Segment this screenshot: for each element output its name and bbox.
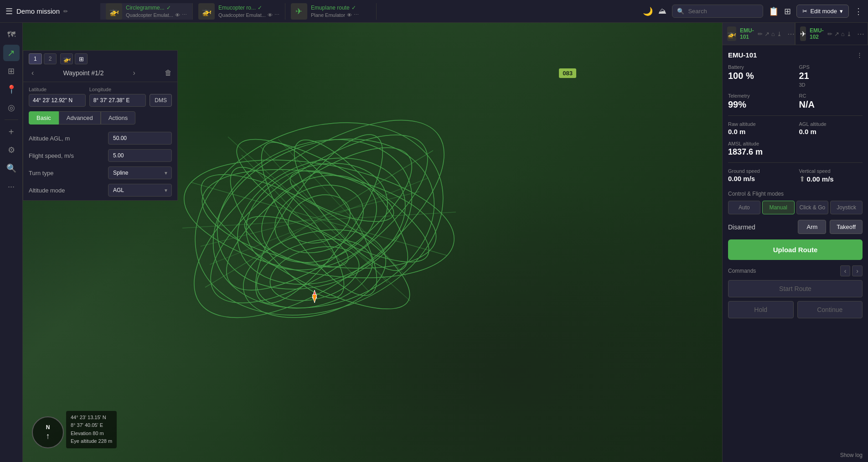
altitude-input[interactable] [108,132,172,145]
commands-section: Commands ‹ › Start Route Hold Continue [728,265,863,318]
mode-click-go[interactable]: Click & Go [796,201,829,214]
mountain-icon[interactable]: ⛰ [658,6,666,16]
drone-tab-name-1: Circlegramme... ✓ [126,5,187,11]
emu-edit-icon-101[interactable]: ✏ [758,31,763,37]
sidebar-item-location[interactable]: 📍 [3,81,20,98]
edit-mode-button[interactable]: ✂ Edit mode ▾ [796,5,849,18]
emu-more-101[interactable]: ⋯ [785,30,796,38]
start-route-button[interactable]: Start Route [728,280,863,297]
turn-type-row: Turn type Spline Stop Bank [29,166,172,179]
waypoint-mode-tabs: Basic Advanced Actions [23,111,177,128]
speed-input[interactable] [108,149,172,162]
latitude-input[interactable] [29,94,86,107]
emu-home-icon-101[interactable]: ⌂ [771,31,775,37]
waypoint-panel: 1 2 🚁 ⊞ ‹ Waypoint #1/2 › 🗑 Latitude Lon… [23,50,178,201]
hamburger-icon[interactable]: ☰ [5,6,13,16]
waypoint-coords: Latitude Longitude DMS [23,82,177,111]
layers-icon[interactable]: ⊞ [784,6,791,16]
control-modes-label: Control & Flight modes [728,191,863,197]
eye-icon-3[interactable]: 👁 [347,12,352,18]
commands-prev-button[interactable]: ‹ [840,265,851,276]
drone-tab-thumb-2: 🚁 [198,3,215,20]
emu-panel-more-icon[interactable]: ⋮ [857,52,863,58]
turn-type-select[interactable]: Spline Stop Bank [108,166,172,179]
topbar-left: ☰ Demo mission ✏ [0,6,100,16]
search-box[interactable]: 🔍 [672,5,763,18]
hold-button[interactable]: Hold [728,301,794,318]
tab-advanced[interactable]: Advanced [59,111,101,125]
agl-alt-value: 0.0 m [799,128,863,135]
sidebar-item-grid[interactable]: ⊞ [3,63,20,79]
emu-thumb-102: ✈ [800,26,806,41]
dms-button[interactable]: DMS [150,94,172,107]
clipboard-icon[interactable]: 📋 [769,6,779,16]
more-icon-2[interactable]: ⋯ [274,12,279,18]
emu-thumb-101: 🚁 [727,26,736,41]
waypoint-num-1[interactable]: 1 [29,53,42,64]
waypoint-header: ‹ Waypoint #1/2 › 🗑 [23,64,177,82]
waypoint-num-2[interactable]: 2 [44,53,57,64]
mode-auto[interactable]: Auto [728,201,760,214]
show-log-button[interactable]: Show log [840,452,863,458]
commands-label: Commands [728,268,756,274]
stat-battery: Battery 100 % [728,64,792,88]
moon-icon[interactable]: 🌙 [643,6,653,16]
stat-gps: GPS 21 3D [799,64,863,88]
emu-route-icon-102[interactable]: ↗ [834,31,839,37]
mode-manual[interactable]: Manual [762,201,795,214]
sidebar-item-add[interactable]: + [3,124,20,140]
more-icon-1[interactable]: ⋯ [182,12,187,18]
tab-actions[interactable]: Actions [101,111,136,125]
emu-land-icon-101[interactable]: ⤓ [777,31,782,37]
battery-label: Battery [728,64,792,70]
stat-ground-speed: Ground speed 0.00 m/s [728,168,792,183]
eye-icon-2[interactable]: 👁 [268,12,273,18]
emu-name-101: EMU-101 [740,27,754,40]
tab-basic[interactable]: Basic [29,111,59,125]
more-menu-icon[interactable]: ⋮ [854,6,863,16]
longitude-input[interactable] [89,94,146,107]
altitude-mode-row: Altitude mode AGL AMSL Terrain [29,184,172,197]
edit-mission-icon[interactable]: ✏ [63,8,68,15]
waypoint-delete-button[interactable]: 🗑 [165,69,172,77]
more-sidebar-icon: ··· [8,182,15,192]
altitude-mode-label: Altitude mode [29,187,65,194]
eye-icon-1[interactable]: 👁 [175,12,180,18]
emu-land-icon-102[interactable]: ⤓ [847,31,852,37]
emu-tab-102[interactable]: ✈ EMU-102 ✏ ↗ ⌂ ⤓ ⋯ 👤 [795,23,868,45]
arm-button[interactable]: Arm [798,220,826,234]
mode-joystick[interactable]: Joystick [830,201,863,214]
waypoint-prev-button[interactable]: ‹ [29,68,36,78]
continue-button[interactable]: Continue [797,301,863,318]
emu-panel-header: EMU-101 ⋮ [728,51,863,59]
takeoff-button[interactable]: Takeoff [830,220,863,234]
emu-more-102[interactable]: ⋯ [855,30,866,38]
stat-telemetry: Telemetry 99% [728,93,792,110]
commands-next-button[interactable]: › [852,265,863,276]
compass: N ↑ [32,416,64,448]
sidebar-item-route[interactable]: ↗ [3,45,20,61]
sidebar-item-circle[interactable]: ◎ [3,99,20,116]
waypoint-type-icon-1[interactable]: 🚁 [60,53,73,64]
settings-icon: ⚙ [8,145,15,155]
altitude-mode-select[interactable]: AGL AMSL Terrain [108,184,172,197]
drone-tab-emuplane[interactable]: ✈ Emuplane route ✓ Plane Emulator 👁 ⋯ [285,3,377,20]
sidebar-item-more[interactable]: ··· [3,178,20,195]
emu-edit-icon-102[interactable]: ✏ [827,31,832,37]
amsl-alt-label: AMSL altitude [728,141,863,146]
more-icon-3[interactable]: ⋯ [354,12,359,18]
waypoint-type-icon-2[interactable]: ⊞ [75,53,88,64]
sidebar-item-map[interactable]: 🗺 [3,26,20,43]
search-input[interactable] [688,8,758,15]
drone-tab-circlegramme[interactable]: 🚁 Circlegramme... ✓ Quadcopter Emulat...… [100,3,193,20]
upload-route-button[interactable]: Upload Route [728,239,863,260]
emu-home-icon-102[interactable]: ⌂ [841,31,845,37]
stat-raw-alt: Raw altitude 0.0 m [728,121,792,135]
waypoint-next-button[interactable]: › [130,68,138,78]
mission-title: Demo mission [16,7,60,15]
sidebar-item-search[interactable]: 🔍 [3,160,20,176]
sidebar-item-settings[interactable]: ⚙ [3,142,20,158]
drone-tab-emucopter[interactable]: 🚁 Emucopter ro... ✓ Quadcopter Emulat...… [193,3,285,20]
emu-route-icon-101[interactable]: ↗ [765,31,770,37]
emu-tab-101[interactable]: 🚁 EMU-101 ✏ ↗ ⌂ ⤓ ⋯ [723,23,795,45]
